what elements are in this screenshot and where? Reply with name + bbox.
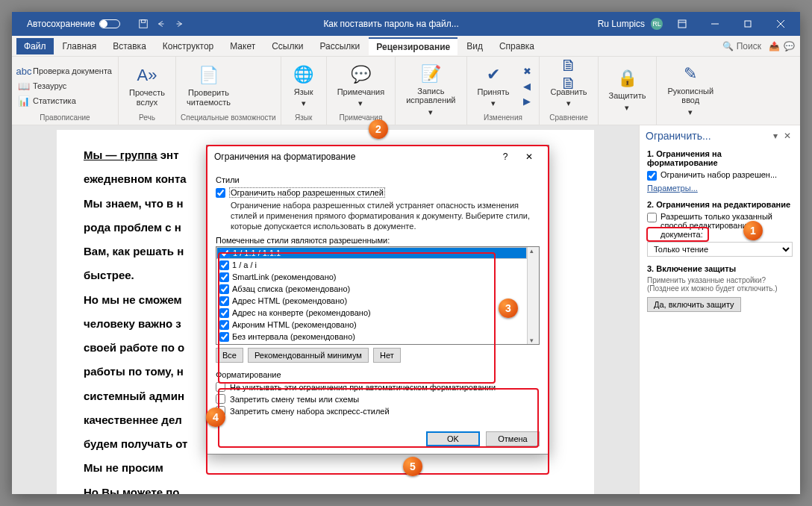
- style-item[interactable]: SmartLink (рекомендовано): [216, 271, 527, 283]
- tab-design[interactable]: Конструктор: [155, 38, 221, 54]
- prev-icon: ◀: [521, 80, 533, 92]
- dlg-btn-cancel[interactable]: Отмена: [486, 431, 540, 446]
- group-protect: 🔒Защитить▾: [599, 57, 658, 125]
- group-language: 🌐Язык▾ Язык: [281, 57, 327, 125]
- user-name[interactable]: Ru Lumpics: [598, 19, 645, 29]
- ribbon: abcПроверка документа 📖Тезаурус 📊Статист…: [12, 57, 800, 125]
- tell-me-search[interactable]: 🔍 Поиск: [718, 41, 766, 51]
- style-item[interactable]: Веб-таблица 1: [216, 343, 527, 344]
- doc-title: Как поставить пароль на файл...: [184, 19, 597, 29]
- style-item[interactable]: Абзац списка (рекомендовано): [216, 283, 527, 295]
- btn-check-access[interactable]: 📄Проверить читаемость: [181, 62, 237, 109]
- pane-menu-icon[interactable]: ▾: [770, 131, 781, 141]
- btn-thesaurus[interactable]: 📖Тезаурус: [16, 79, 113, 93]
- tab-references[interactable]: Ссылки: [264, 38, 310, 54]
- dialog-close-icon[interactable]: ✕: [517, 146, 541, 168]
- tab-help[interactable]: Справка: [492, 38, 542, 54]
- minimize-icon[interactable]: [702, 12, 728, 36]
- pane-header: Ограничить... ▾ ✕: [640, 125, 800, 146]
- style-item[interactable]: 1 / a / i: [216, 259, 527, 271]
- pane-link-settings[interactable]: Параметры...: [647, 184, 698, 193]
- pane-chk-restrict-styles[interactable]: [647, 171, 657, 181]
- btn-track-changes[interactable]: 📝Запись исправлений▾: [400, 60, 461, 119]
- style-item[interactable]: Без интервала (рекомендовано): [216, 331, 527, 343]
- title-bar: Автосохранение Как поставить пароль на ф…: [12, 12, 800, 36]
- chevron-down-icon: ▾: [302, 99, 306, 107]
- dlg-chk-ignore-autoformat[interactable]: [216, 382, 225, 392]
- tab-review[interactable]: Рецензирование: [369, 37, 457, 55]
- tab-layout[interactable]: Макет: [222, 38, 263, 54]
- autosave-toggle[interactable]: Автосохранение: [27, 19, 120, 29]
- ribbon-options-icon[interactable]: [669, 12, 696, 36]
- chevron-down-icon: ▾: [358, 99, 363, 107]
- undo-icon[interactable]: [156, 19, 166, 29]
- pane-edit-mode-select[interactable]: Только чтение: [647, 242, 793, 257]
- tab-view[interactable]: Вид: [459, 38, 490, 54]
- btn-accept[interactable]: ✔Принять▾: [472, 61, 516, 110]
- pane-btn-enable-protection[interactable]: Да, включить защиту: [647, 297, 741, 312]
- tab-home[interactable]: Главная: [55, 38, 104, 54]
- reject-icon: ✖: [521, 65, 533, 77]
- ink-icon: ✎: [678, 63, 702, 84]
- group-ink: ✎Рукописный ввод▾: [657, 57, 724, 125]
- toggle-switch-icon: [99, 19, 120, 28]
- svg-rect-0: [140, 20, 148, 28]
- redo-icon[interactable]: [174, 19, 184, 29]
- btn-read-aloud[interactable]: A»Прочесть вслух: [123, 62, 171, 109]
- marker-2: 2: [369, 119, 388, 139]
- btn-next-change[interactable]: ▶: [519, 94, 534, 107]
- scrollbar[interactable]: [527, 247, 539, 344]
- tab-mailings[interactable]: Рассылки: [312, 38, 367, 54]
- compare-icon: 🗎🗎: [557, 64, 581, 85]
- chevron-down-icon: ▾: [428, 107, 433, 116]
- style-item[interactable]: Акроним HTML (рекомендовано): [216, 319, 527, 331]
- btn-compare[interactable]: 🗎🗎Сравнить▾: [544, 61, 593, 110]
- svg-rect-2: [678, 20, 686, 28]
- pane-close-icon[interactable]: ✕: [781, 131, 794, 141]
- dlg-btn-all[interactable]: Все: [216, 348, 243, 363]
- btn-comments[interactable]: 💬Примечания▾: [331, 61, 391, 110]
- dlg-btn-ok[interactable]: OK: [426, 431, 480, 446]
- btn-reject[interactable]: ✖: [519, 64, 534, 78]
- style-item[interactable]: Адрес на конверте (рекомендовано): [216, 307, 527, 319]
- maximize-icon[interactable]: [734, 12, 761, 36]
- autosave-label: Автосохранение: [27, 19, 95, 29]
- stats-icon: 📊: [18, 95, 30, 107]
- quick-access-toolbar: [138, 19, 184, 29]
- dlg-btn-recommended[interactable]: Рекомендованный минимум: [248, 348, 369, 363]
- formatting-restrictions-dialog: Ограничения на форматирование ? ✕ Стили …: [206, 145, 549, 455]
- dialog-help-icon[interactable]: ?: [493, 146, 517, 168]
- svg-rect-3: [745, 21, 751, 27]
- group-speech: A»Прочесть вслух Речь: [119, 57, 176, 125]
- style-item[interactable]: Адрес HTML (рекомендовано): [216, 295, 527, 307]
- group-proofing: abcПроверка документа 📖Тезаурус 📊Статист…: [12, 57, 119, 125]
- style-item[interactable]: 1 / 1.1 / 1.1.1: [216, 247, 527, 259]
- marker-3: 3: [499, 299, 518, 318]
- user-avatar[interactable]: RL: [651, 18, 663, 30]
- styles-listbox[interactable]: 1 / 1.1 / 1.1.1 1 / a / i SmartLink (рек…: [216, 246, 540, 345]
- btn-doc-check[interactable]: abcПроверка документа: [16, 64, 113, 78]
- btn-stats[interactable]: 📊Статистика: [16, 94, 113, 107]
- btn-ink[interactable]: ✎Рукописный ввод▾: [661, 60, 719, 119]
- dlg-btn-none[interactable]: Нет: [373, 348, 401, 363]
- save-icon[interactable]: [138, 19, 149, 29]
- dlg-chk-block-theme[interactable]: [216, 394, 225, 404]
- tab-file[interactable]: Файл: [16, 38, 54, 54]
- btn-language[interactable]: 🌐Язык▾: [286, 61, 322, 110]
- ribbon-tabs: Файл Главная Вставка Конструктор Макет С…: [12, 36, 800, 57]
- btn-protect[interactable]: 🔒Защитить▾: [603, 65, 652, 114]
- accept-icon: ✔: [481, 64, 505, 85]
- restrict-editing-pane: Ограничить... ▾ ✕ 1. Ограничения на форм…: [639, 125, 800, 494]
- share-icon[interactable]: 📤: [767, 40, 781, 53]
- btn-prev-change[interactable]: ◀: [519, 79, 534, 93]
- next-icon: ▶: [521, 95, 533, 107]
- comments-toggle-icon[interactable]: 💬: [782, 40, 796, 53]
- pane-chk-restrict-edit[interactable]: [647, 213, 657, 222]
- chevron-down-icon: ▾: [625, 103, 629, 112]
- group-compare: 🗎🗎Сравнить▾ Сравнение: [540, 57, 598, 125]
- svg-rect-1: [142, 20, 146, 23]
- close-icon[interactable]: [767, 12, 794, 36]
- language-icon: 🌐: [292, 64, 316, 85]
- tab-insert[interactable]: Вставка: [105, 38, 154, 54]
- dlg-chk-restrict[interactable]: [216, 188, 225, 198]
